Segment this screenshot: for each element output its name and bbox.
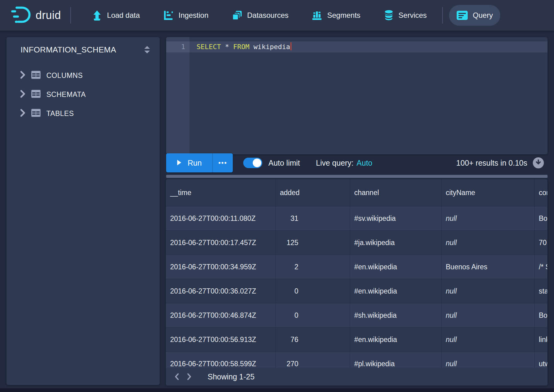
ingestion-chart-icon — [163, 10, 174, 21]
run-more-button[interactable]: ••• — [212, 153, 233, 172]
cell-value: null — [446, 336, 457, 344]
cell-cityName: null — [441, 303, 534, 328]
upload-icon — [92, 10, 102, 21]
stacked-layers-icon — [232, 10, 242, 21]
nav-item-label: Datasources — [247, 11, 289, 20]
top-navbar: druid Load data — [0, 0, 554, 31]
bar-chart-icon — [312, 10, 322, 21]
cell-value: #sh.wikipedia — [354, 311, 397, 319]
cell-value: Bot — [539, 214, 548, 222]
cell-channel: #sv.wikipedia — [350, 206, 441, 231]
cell-value: 2016-06-27T00:00:11.080Z — [170, 214, 256, 222]
cell-value: null — [446, 214, 457, 222]
double-caret-vertical-icon[interactable] — [142, 44, 152, 55]
console-icon — [456, 10, 468, 20]
cell-__time: 2016-06-27T00:00:36.027Z — [166, 279, 275, 303]
cell-channel: #ja.wikipedia — [350, 231, 441, 255]
nav-item-segments[interactable]: Segments — [304, 5, 368, 26]
pagination-status: Showing 1-25 — [208, 372, 255, 381]
editor-gutter — [166, 37, 189, 154]
column-header-channel[interactable]: channel — [350, 179, 441, 206]
cell-cityName: null — [441, 206, 534, 231]
nav-item-datasources[interactable]: Datasources — [224, 5, 296, 26]
results-summary: 100+ results in 0.10s — [456, 159, 527, 167]
cell-comment: /* S — [534, 255, 548, 279]
schema-sidebar: INFORMATION_SCHEMA COLUMNS — [6, 37, 160, 385]
druid-logo-icon — [11, 5, 31, 25]
sql-keyword: FROM — [233, 43, 249, 51]
cell-comment: link — [534, 328, 548, 352]
cell-value: #en.wikipedia — [354, 263, 397, 271]
tree-item-columns[interactable]: COLUMNS — [6, 66, 160, 85]
column-header-added[interactable]: added — [275, 179, 350, 206]
auto-limit-label: Auto limit — [268, 159, 300, 167]
cell-value: 76 — [280, 336, 298, 344]
cell-added: 0 — [275, 303, 350, 328]
cell-value: Bot — [539, 311, 548, 319]
nav-item-services[interactable]: Services — [376, 4, 434, 26]
download-arrow-icon — [536, 159, 541, 167]
cell-__time: 2016-06-27T00:00:17.457Z — [166, 231, 275, 255]
auto-limit-toggle[interactable] — [243, 158, 262, 168]
nav-item-query[interactable]: Query — [449, 5, 500, 26]
nav-item-label: Query — [473, 11, 493, 20]
cell-cityName: null — [441, 279, 534, 303]
cell-channel: #sh.wikipedia — [350, 303, 441, 328]
cell-channel: #en.wikipedia — [350, 255, 441, 279]
cell-value: null — [446, 287, 457, 295]
column-header-cityname[interactable]: cityName — [441, 179, 534, 206]
chevron-right-icon — [20, 71, 25, 80]
nav-item-ingestion[interactable]: Ingestion — [156, 5, 216, 26]
download-button[interactable] — [533, 157, 544, 168]
cell-value: 270 — [280, 360, 298, 368]
sql-text: wikipedia — [249, 43, 290, 51]
schema-title: INFORMATION_SCHEMA — [21, 45, 116, 55]
cell-channel: #en.wikipedia — [350, 328, 441, 352]
cell-added: 125 — [275, 231, 350, 255]
results-body: 2016-06-27T00:00:11.080Z31#sv.wikipedian… — [166, 206, 548, 376]
cell-value: /* S — [539, 263, 548, 271]
column-header-time[interactable]: __time — [166, 179, 275, 206]
chevron-right-icon — [20, 90, 25, 99]
cell-value: #en.wikipedia — [354, 336, 397, 344]
cell-added: 0 — [275, 279, 350, 303]
cell-value: #en.wikipedia — [354, 287, 397, 295]
cell-added: 2 — [275, 255, 350, 279]
live-query-value[interactable]: Auto — [357, 159, 372, 167]
tree-item-schemata[interactable]: SCHEMATA — [6, 85, 160, 104]
sql-editor[interactable]: 1 SELECT * FROM wikipedia — [166, 37, 548, 154]
cell-__time: 2016-06-27T00:00:11.080Z — [166, 206, 275, 231]
live-query-label: Live query: — [316, 159, 353, 167]
cell-__time: 2016-06-27T00:00:46.874Z — [166, 303, 275, 328]
column-header-comment[interactable]: comment — [534, 179, 548, 206]
cell-value: null — [446, 239, 457, 247]
table-row: 2016-06-27T00:00:46.874Z0#sh.wikipedianu… — [166, 303, 548, 328]
cell-comment: Bot — [534, 206, 548, 231]
tree-item-label: TABLES — [46, 110, 74, 118]
cell-comment: Bot — [534, 303, 548, 328]
cell-cityName: Buenos Aires — [441, 255, 534, 279]
editor-line-number: 1 — [166, 41, 185, 52]
nav-item-load-data[interactable]: Load data — [84, 5, 147, 26]
table-icon — [31, 90, 41, 99]
cell-cityName: null — [441, 231, 534, 255]
next-page-button[interactable] — [183, 371, 195, 382]
cell-value: null — [446, 311, 457, 319]
database-icon — [384, 10, 394, 21]
cell-added: 76 — [275, 328, 350, 352]
druid-brand[interactable]: druid — [11, 5, 61, 25]
table-icon — [31, 71, 41, 80]
navbar-items: Load data Ingestion — [80, 4, 554, 26]
tree-item-tables[interactable]: TABLES — [6, 104, 160, 123]
table-row: 2016-06-27T00:00:11.080Z31#sv.wikipedian… — [166, 206, 548, 231]
nav-item-label: Load data — [107, 11, 140, 20]
previous-page-button[interactable] — [171, 371, 183, 382]
cell-value: 31 — [280, 214, 298, 223]
run-button[interactable]: Run — [166, 153, 212, 172]
cell-value: null — [446, 360, 457, 368]
cell-value: #ja.wikipedia — [354, 239, 395, 247]
table-row: 2016-06-27T00:00:56.913Z76#en.wikipedian… — [166, 328, 548, 352]
panel-resize-handle[interactable] — [166, 175, 548, 178]
cell-value: 2016-06-27T00:00:58.599Z — [170, 360, 256, 368]
editor-code-line[interactable]: SELECT * FROM wikipedia — [197, 41, 291, 52]
